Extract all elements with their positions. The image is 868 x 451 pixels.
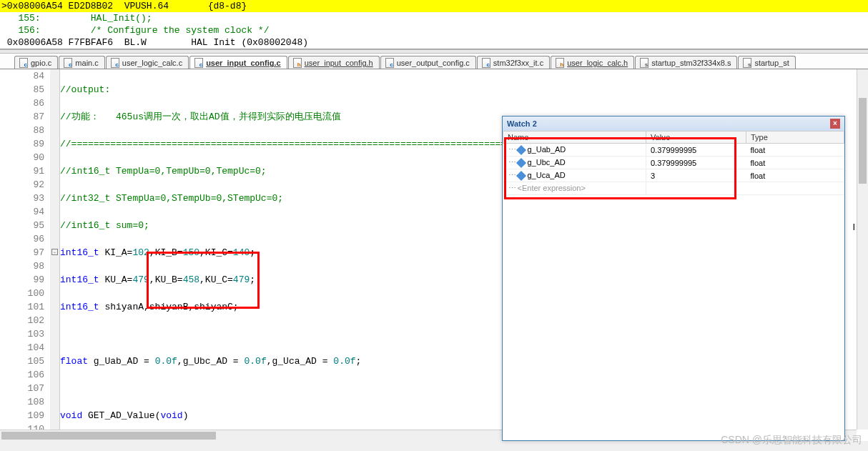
col-value[interactable]: Value — [646, 132, 746, 144]
watch-title: Watch 2 — [507, 119, 537, 128]
tab-startup-st[interactable]: startup_st — [738, 56, 795, 69]
watch-row[interactable]: ⋯g_Ubc_AD0.379999995float — [503, 157, 844, 169]
tab-user-output-config-c[interactable]: user_output_config.c — [380, 56, 476, 69]
file-icon — [64, 58, 72, 68]
disasm-line: 0x08006A58 F7FBFAF6 BL.W HAL Init (0x080… — [0, 36, 868, 49]
disasm-src-line: 155: HAL_Init(); — [0, 12, 868, 24]
tab-stm32f3xx-it-c[interactable]: stm32f3xx_it.c — [477, 56, 550, 69]
fold-margin[interactable]: - — [50, 69, 60, 441]
close-icon[interactable]: × — [830, 119, 840, 129]
file-icon — [111, 58, 119, 68]
file-icon — [385, 58, 394, 68]
disasm-line-current[interactable]: >0x08006A54 ED2D8B02 VPUSH.64 {d8-d8} — [0, 0, 868, 12]
fold-toggle[interactable]: - — [51, 249, 58, 255]
disasm-src-line: 156: /* Configure the system clock */ — [0, 24, 868, 36]
tab-startup-s[interactable]: startup_stm32f334x8.s — [635, 56, 737, 69]
disassembly-pane: >0x08006A54 ED2D8B02 VPUSH.64 {d8-d8} 15… — [0, 0, 868, 49]
watch-table: Name Value Type ⋯g_Uab_AD0.379999995floa… — [503, 131, 844, 195]
col-name[interactable]: Name — [503, 132, 646, 144]
tab-gpio-c[interactable]: gpio.c — [14, 56, 58, 69]
file-icon — [640, 58, 648, 68]
watch-titlebar[interactable]: Watch 2 × — [503, 117, 844, 131]
watch-row[interactable]: ⋯g_Uca_AD3float — [503, 169, 844, 182]
col-type[interactable]: Type — [746, 132, 844, 144]
tab-user-logic-calc-c[interactable]: user_logic_calc.c — [106, 56, 189, 69]
line-number-gutter: 8485868788899091929394959697989910010110… — [0, 69, 50, 441]
variable-icon — [516, 171, 526, 181]
watch-header-row: Name Value Type — [503, 132, 844, 144]
tab-user-logic-calc-h[interactable]: user_logic_calc.h — [551, 56, 634, 69]
variable-icon — [516, 145, 526, 155]
file-icon — [293, 58, 302, 68]
vertical-scrollbar[interactable] — [857, 69, 868, 430]
tab-user-input-config-c[interactable]: user_input_config.c — [189, 56, 287, 69]
file-icon — [556, 58, 564, 68]
file-icon — [482, 58, 490, 68]
text-cursor-icon: I — [852, 222, 855, 232]
watch-window[interactable]: Watch 2 × Name Value Type ⋯g_Uab_AD0.379… — [502, 116, 845, 441]
watch-row[interactable]: ⋯g_Uab_AD0.379999995float — [503, 144, 844, 157]
file-icon — [743, 58, 751, 68]
watermark: CSDN @乐思智能科技有限公司 — [721, 434, 862, 447]
file-icon — [194, 58, 203, 68]
variable-icon — [516, 158, 526, 168]
tab-main-c[interactable]: main.c — [59, 56, 104, 69]
watch-new-expression[interactable]: ⋯<Enter expression> — [503, 182, 844, 195]
editor-tabbar: gpio.c main.c user_logic_calc.c user_inp… — [0, 54, 868, 69]
tab-user-input-config-h[interactable]: user_input_config.h — [288, 56, 380, 69]
file-icon — [19, 58, 28, 68]
